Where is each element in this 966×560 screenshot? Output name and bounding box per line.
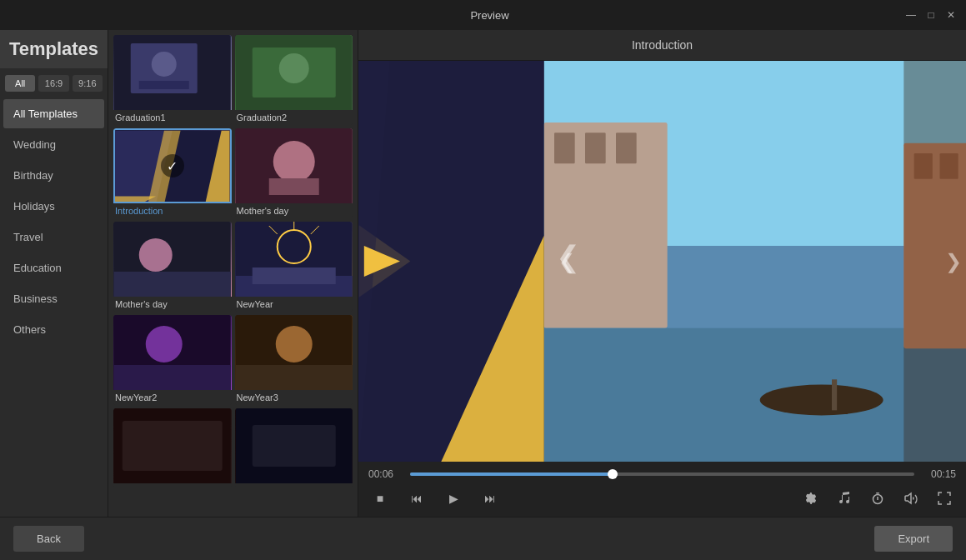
template-thumb-grad1 [113, 35, 232, 110]
svg-point-6 [278, 53, 308, 83]
svg-rect-32 [123, 421, 223, 471]
window-controls: — □ ✕ [904, 8, 958, 22]
template-card-mothers2[interactable]: Mother's day [113, 222, 232, 312]
svg-rect-3 [139, 81, 189, 89]
templates-header: Templates [0, 30, 108, 68]
template-card-newyear2[interactable]: NewYear2 [113, 315, 232, 405]
svg-point-26 [146, 326, 183, 362]
svg-point-13 [273, 141, 314, 182]
right-panel: Introduction [358, 30, 966, 517]
template-label-mothers1: Mother's day [235, 203, 353, 218]
stop-button[interactable]: ■ [368, 487, 392, 510]
template-card-dark1[interactable] [113, 408, 232, 488]
template-label-newyear2: NewYear2 [113, 390, 232, 405]
svg-rect-60 [876, 492, 879, 494]
filter-9-16[interactable]: 9:16 [73, 75, 103, 92]
category-business[interactable]: Business [3, 284, 104, 313]
close-button[interactable]: ✕ [944, 8, 958, 22]
svg-rect-17 [114, 272, 231, 297]
template-thumb-newyear3 [235, 315, 353, 390]
back-button[interactable]: Back [13, 526, 84, 552]
template-label-newyear1: NewYear [235, 297, 353, 312]
template-label-grad2: Graduation2 [235, 110, 353, 125]
prev-arrow[interactable]: ❮ [558, 250, 575, 273]
preview-canvas: ❮ ❯ [358, 61, 966, 462]
forward-button[interactable]: ⏭ [478, 487, 502, 510]
template-thumb-dark1 [113, 408, 232, 483]
next-arrow[interactable]: ❯ [945, 250, 962, 273]
preview-video: ❮ ❯ ❮ ❯ [358, 61, 966, 462]
template-label-intro: Introduction [113, 203, 232, 218]
progress-thumb [608, 469, 618, 479]
controls-row: ■ ⏮ ▶ ⏭ [368, 487, 956, 510]
filter-16-9[interactable]: 16:9 [38, 75, 68, 92]
template-thumb-intro: ✓ [113, 128, 232, 203]
titlebar: Preview — □ ✕ [0, 0, 966, 30]
preview-title: Introduction [358, 30, 966, 61]
template-label-mothers2: Mother's day [113, 297, 232, 312]
progress-row: 00:06 00:15 [368, 468, 956, 480]
category-education[interactable]: Education [3, 253, 104, 282]
left-panel: Templates All 16:9 9:16 All Templates We… [0, 30, 108, 517]
template-label-newyear3: NewYear3 [235, 390, 353, 405]
category-list: All Templates Wedding Birthday Holidays … [0, 98, 108, 345]
svg-rect-30 [235, 365, 352, 390]
template-card-grad2[interactable]: Graduation2 [235, 35, 353, 125]
filter-tabs: All 16:9 9:16 [0, 68, 108, 98]
fullscreen-button[interactable] [933, 487, 956, 510]
svg-point-47 [760, 385, 883, 416]
window-title: Preview [75, 9, 904, 22]
template-thumb-dark2 [235, 408, 353, 483]
template-card-dark2[interactable] [235, 408, 353, 488]
main-content: Templates All 16:9 9:16 All Templates We… [0, 30, 966, 517]
category-birthday[interactable]: Birthday [3, 161, 104, 190]
svg-rect-44 [585, 132, 606, 163]
template-thumb-newyear1 [235, 222, 353, 297]
template-label-dark1 [113, 483, 232, 488]
template-thumb-mothers2 [113, 222, 232, 297]
template-thumb-mothers1 [235, 128, 353, 203]
svg-rect-45 [616, 132, 637, 163]
template-label-grad1: Graduation1 [113, 110, 232, 125]
category-holidays[interactable]: Holidays [3, 192, 104, 221]
svg-rect-14 [268, 178, 318, 195]
template-thumb-grad2 [235, 35, 353, 110]
current-time: 00:06 [368, 468, 402, 480]
timer-button[interactable] [866, 487, 889, 510]
template-label-dark2 [235, 483, 353, 488]
template-card-newyear1[interactable]: NewYear [235, 222, 353, 312]
rewind-button[interactable]: ⏮ [405, 487, 428, 510]
center-panel: Graduation1 Graduation2 [108, 30, 358, 517]
ctrl-right [799, 487, 956, 510]
svg-rect-46 [544, 328, 966, 462]
minimize-button[interactable]: — [904, 8, 918, 22]
export-button[interactable]: Export [874, 526, 953, 552]
progress-fill [410, 472, 612, 476]
template-card-intro[interactable]: ✓ Introduction [113, 128, 232, 218]
template-card-newyear3[interactable]: NewYear3 [235, 315, 353, 405]
progress-bar[interactable] [410, 472, 914, 476]
filter-all[interactable]: All [5, 75, 35, 92]
settings-button[interactable] [799, 487, 823, 510]
category-all[interactable]: All Templates [3, 99, 104, 128]
svg-rect-43 [554, 132, 575, 163]
selected-check: ✓ [161, 154, 184, 178]
volume-button[interactable] [899, 487, 923, 510]
category-travel[interactable]: Travel [3, 222, 104, 252]
svg-point-29 [275, 326, 312, 362]
svg-rect-24 [252, 268, 335, 284]
play-button[interactable]: ▶ [442, 487, 465, 510]
template-thumb-newyear2 [113, 315, 232, 390]
template-card-grad1[interactable]: Graduation1 [113, 35, 232, 125]
maximize-button[interactable]: □ [924, 8, 938, 22]
total-time: 00:15 [923, 468, 956, 480]
svg-point-16 [139, 238, 173, 272]
music-button[interactable] [833, 487, 856, 510]
svg-rect-34 [252, 425, 335, 467]
category-others[interactable]: Others [3, 315, 104, 344]
player-controls: 00:06 00:15 ■ ⏮ ▶ ⏭ [358, 462, 966, 517]
category-wedding[interactable]: Wedding [3, 130, 104, 159]
template-card-mothers1[interactable]: Mother's day [235, 128, 353, 218]
bottom-bar: Back Export [0, 517, 966, 560]
svg-rect-27 [114, 365, 231, 390]
